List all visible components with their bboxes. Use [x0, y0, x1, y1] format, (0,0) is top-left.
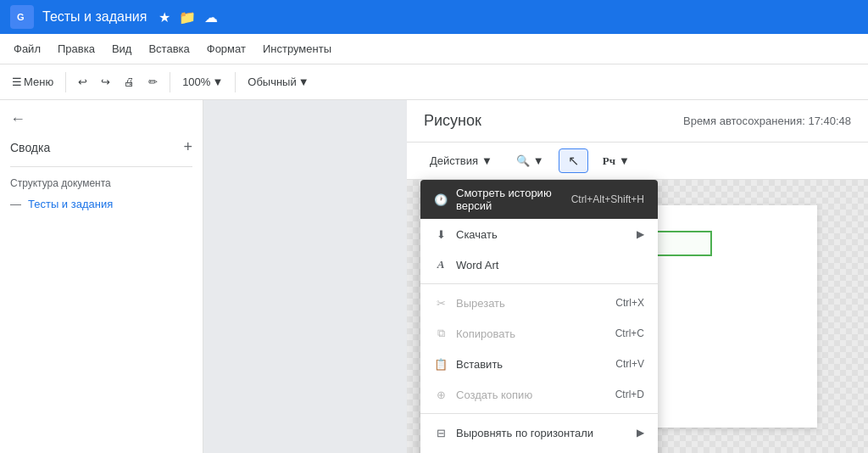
dropdown-divider-2 — [420, 413, 658, 414]
dropdown-item-duplicate-label: Создать копию — [456, 389, 532, 401]
dropdown-item-copy: ⧉ Копировать Ctrl+C — [420, 318, 658, 349]
undo-button[interactable]: ↩ — [73, 72, 92, 92]
sidebar-item-tests[interactable]: — Тесты и задания — [10, 196, 192, 212]
dropdown-item-align-h-left: ⊟ Выровнять по горизонтали — [434, 427, 593, 439]
wordart-icon: A — [434, 258, 448, 271]
dropdown-item-duplicate-left: ⊕ Создать копию — [434, 389, 532, 401]
download-arrow: ▶ — [637, 228, 644, 240]
dropdown-item-history-left: 🕐 Смотреть историю версий — [434, 187, 571, 212]
menu-icon: ☰ — [12, 76, 22, 88]
menu-toggle[interactable]: ☰ Меню — [7, 72, 58, 92]
paste-shortcut: Ctrl+V — [615, 358, 644, 370]
toolbar-sep-2 — [170, 72, 170, 92]
dropdown-item-copy-label: Копировать — [456, 327, 515, 340]
menu-format[interactable]: Формат — [200, 39, 253, 59]
sidebar-section-label: Сводка — [10, 141, 50, 154]
nav-dot: — — [10, 198, 21, 210]
toolbar-sep-1 — [65, 72, 66, 92]
paint-button[interactable]: ✏ — [143, 72, 163, 92]
align-h-icon: ⊟ — [434, 427, 448, 439]
dropdown-item-download-label: Скачать — [456, 228, 498, 241]
star-icon[interactable]: ★ — [159, 9, 170, 25]
app-icon: G — [10, 5, 34, 29]
download-icon: ⬇ — [434, 228, 448, 241]
dropdown-item-paste-label: Вставить — [456, 358, 503, 371]
menu-view[interactable]: Вид — [105, 39, 139, 59]
style-arrow: ▼ — [298, 76, 309, 88]
sidebar-divider — [10, 166, 192, 167]
dropdown-item-align-v[interactable]: ⊞ Выровнять по вертикали ▶ — [420, 448, 658, 453]
dropdown-item-history-label: Смотреть историю версий — [456, 187, 571, 212]
dropdown-item-copy-left: ⧉ Копировать — [434, 327, 515, 340]
duplicate-shortcut: Ctrl+D — [615, 389, 644, 400]
cut-icon: ✂ — [434, 297, 448, 310]
dropdown-item-history[interactable]: 🕐 Смотреть историю версий Ctrl+Alt+Shift… — [420, 180, 658, 219]
sidebar-add-button[interactable]: + — [183, 138, 192, 156]
menu-bar: Файл Правка Вид Вставка Формат Инструмен… — [0, 34, 868, 64]
dropdown-item-download-left: ⬇ Скачать — [434, 228, 498, 241]
dropdown-item-cut: ✂ Вырезать Ctrl+X — [420, 288, 658, 318]
sidebar-structure-title: Структура документа — [10, 177, 192, 189]
actions-dropdown: 🕐 Смотреть историю версий Ctrl+Alt+Shift… — [420, 180, 658, 453]
dropdown-item-download[interactable]: ⬇ Скачать ▶ — [420, 219, 658, 249]
copy-icon: ⧉ — [434, 327, 448, 340]
toolbar: ☰ Меню ↩ ↪ 🖨 ✏ 100% ▼ Обычный ▼ — [0, 64, 868, 100]
sidebar-back-button[interactable]: ← — [10, 110, 192, 128]
dropdown-item-cut-label: Вырезать — [456, 297, 505, 310]
top-bar-actions: ★ 📁 ☁ — [159, 9, 218, 25]
menu-file[interactable]: Файл — [7, 39, 47, 59]
paste-icon: 📋 — [434, 358, 448, 371]
zoom-arrow: ▼ — [212, 76, 223, 88]
history-shortcut: Ctrl+Alt+Shift+H — [571, 193, 644, 205]
style-label: Обычный — [248, 76, 296, 88]
menu-insert[interactable]: Вставка — [142, 39, 196, 59]
sidebar-title-row: Сводка + — [10, 138, 192, 156]
document-title: Тесты и задания — [42, 9, 147, 25]
align-h-arrow: ▶ — [637, 427, 644, 439]
menu-edit[interactable]: Правка — [51, 39, 102, 59]
dropdown-item-cut-left: ✂ Вырезать — [434, 297, 505, 310]
dropdown-item-paste[interactable]: 📋 Вставить Ctrl+V — [420, 349, 658, 379]
nav-label: Тесты и задания — [28, 198, 113, 210]
svg-text:G: G — [17, 12, 25, 22]
menu-tools[interactable]: Инструменты — [256, 39, 338, 59]
duplicate-icon: ⊕ — [434, 389, 448, 401]
dropdown-item-wordart[interactable]: A Word Art — [420, 249, 658, 280]
drawing-panel: Рисунок Время автосохранения: 17:40:48 Д… — [407, 100, 868, 453]
history-icon: 🕐 — [434, 193, 448, 206]
dropdown-item-duplicate: ⊕ Создать копию Ctrl+D — [420, 379, 658, 410]
dropdown-divider-1 — [420, 283, 658, 284]
back-icon: ← — [10, 110, 25, 128]
sidebar: ← Сводка + Структура документа — Тесты и… — [0, 100, 203, 453]
dropdown-item-align-h[interactable]: ⊟ Выровнять по горизонтали ▶ — [420, 417, 658, 448]
document-area: Рисунок Время автосохранения: 17:40:48 Д… — [203, 100, 868, 453]
folder-icon: 📁 — [179, 9, 196, 25]
copy-shortcut: Ctrl+C — [615, 327, 644, 339]
main-area: ← Сводка + Структура документа — Тесты и… — [0, 100, 868, 453]
dropdown-item-align-h-label: Выровнять по горизонтали — [456, 427, 593, 439]
dropdown-overlay: 🕐 Смотреть историю версий Ctrl+Alt+Shift… — [407, 100, 868, 453]
dropdown-item-wordart-left: A Word Art — [434, 258, 498, 271]
cloud-icon: ☁ — [204, 9, 218, 25]
dropdown-item-wordart-label: Word Art — [456, 259, 498, 271]
zoom-selector[interactable]: 100% ▼ — [177, 72, 228, 92]
menu-label: Меню — [24, 76, 53, 88]
dropdown-item-paste-left: 📋 Вставить — [434, 358, 503, 371]
cut-shortcut: Ctrl+X — [615, 297, 644, 309]
print-button[interactable]: 🖨 — [119, 72, 140, 92]
toolbar-sep-3 — [235, 72, 236, 92]
style-selector[interactable]: Обычный ▼ — [242, 72, 314, 92]
zoom-label: 100% — [182, 76, 210, 88]
redo-button[interactable]: ↪ — [96, 72, 115, 92]
top-bar: G Тесты и задания ★ 📁 ☁ — [0, 0, 868, 34]
